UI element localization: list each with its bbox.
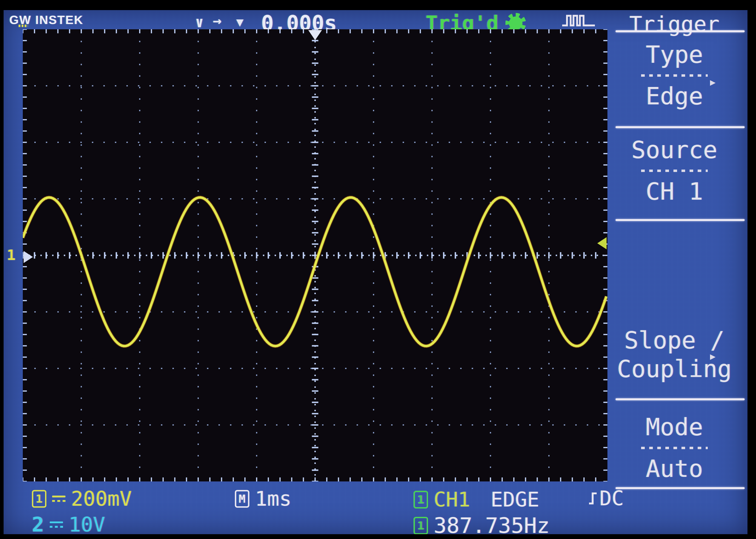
edge-tick bbox=[23, 153, 27, 154]
menu-item-mode[interactable]: Mode Auto bbox=[609, 413, 739, 483]
menu-separator bbox=[616, 30, 745, 32]
center-tick bbox=[312, 74, 318, 75]
center-tick bbox=[312, 108, 318, 109]
edge-tick bbox=[198, 29, 199, 33]
edge-tick bbox=[163, 477, 164, 482]
edge-tick bbox=[432, 29, 433, 33]
edge-tick bbox=[603, 97, 607, 98]
trigger-position-marker[interactable] bbox=[308, 30, 322, 40]
center-tick bbox=[408, 252, 409, 259]
edge-tick bbox=[560, 29, 561, 33]
edge-tick bbox=[603, 198, 607, 199]
edge-tick bbox=[303, 477, 304, 482]
edge-tick bbox=[572, 29, 573, 33]
slope-icon bbox=[588, 491, 598, 506]
edge-tick bbox=[603, 85, 607, 86]
edge-tick bbox=[23, 266, 27, 267]
menu-item-source[interactable]: Source CH 1 bbox=[609, 136, 739, 206]
edge-tick bbox=[23, 130, 27, 132]
edge-tick bbox=[256, 29, 257, 33]
edge-tick bbox=[603, 458, 607, 459]
edge-tick bbox=[603, 209, 607, 211]
menu-item-value: CH 1 bbox=[646, 177, 703, 206]
edge-tick bbox=[603, 413, 607, 414]
logo-accent bbox=[19, 25, 28, 27]
trigger-marker-icon: ▼ bbox=[236, 15, 243, 29]
edge-tick bbox=[23, 311, 27, 313]
edge-tick bbox=[603, 481, 607, 482]
edge-tick bbox=[209, 477, 210, 482]
edge-tick bbox=[603, 311, 607, 313]
edge-tick bbox=[603, 108, 607, 109]
memory-position-icon: ∨ bbox=[195, 14, 204, 31]
edge-tick bbox=[186, 29, 187, 33]
menu-separator bbox=[616, 487, 745, 489]
menu-item-label: Slope / bbox=[624, 326, 724, 355]
edge-tick bbox=[280, 477, 281, 482]
edge-tick bbox=[104, 29, 105, 33]
center-tick bbox=[312, 390, 318, 392]
edge-tick bbox=[104, 477, 105, 482]
ch1-ground-marker[interactable] bbox=[24, 251, 33, 263]
edge-tick bbox=[23, 345, 27, 346]
graticule bbox=[23, 29, 607, 482]
edge-tick bbox=[408, 29, 409, 33]
trigger-source-readout: 1 CH1 bbox=[414, 488, 470, 511]
center-tick bbox=[490, 252, 491, 259]
trigger-channel-badge: 1 bbox=[414, 517, 428, 534]
edge-tick bbox=[23, 413, 27, 414]
edge-tick bbox=[455, 29, 456, 33]
edge-tick bbox=[315, 477, 316, 482]
dashed-divider bbox=[641, 447, 708, 449]
edge-tick bbox=[92, 29, 94, 33]
edge-tick bbox=[603, 277, 607, 278]
edge-tick bbox=[23, 74, 27, 75]
edge-tick bbox=[420, 477, 421, 482]
edge-tick bbox=[23, 221, 27, 222]
edge-tick bbox=[603, 153, 607, 154]
center-tick bbox=[312, 345, 318, 346]
edge-tick bbox=[151, 29, 152, 33]
edge-tick bbox=[603, 447, 607, 448]
ch1-ground-marker-label: 1 bbox=[7, 247, 16, 264]
oscilloscope-screen: GW INSTEK ∨ → ▼ 0.000s Trig'd Trigger 1 … bbox=[4, 10, 747, 534]
center-tick bbox=[312, 413, 318, 415]
edge-tick bbox=[221, 29, 222, 33]
edge-tick bbox=[603, 436, 607, 437]
center-tick bbox=[312, 164, 318, 166]
edge-tick bbox=[45, 29, 47, 33]
center-tick bbox=[312, 176, 318, 177]
center-tick bbox=[431, 252, 433, 259]
edge-tick bbox=[603, 356, 607, 358]
edge-tick bbox=[326, 477, 327, 482]
edge-tick bbox=[432, 477, 433, 482]
center-tick bbox=[312, 244, 318, 245]
menu-item-value: Edge bbox=[646, 82, 703, 111]
menu-item-slope-coupling[interactable]: Slope / Coupling bbox=[609, 326, 739, 383]
edge-tick bbox=[233, 29, 234, 33]
edge-tick bbox=[350, 29, 351, 33]
edge-tick bbox=[92, 477, 94, 482]
center-tick bbox=[244, 252, 246, 259]
center-tick bbox=[198, 252, 199, 259]
edge-tick bbox=[23, 424, 27, 425]
dc-coupling-icon bbox=[52, 495, 65, 503]
submenu-arrow-icon: ▶ bbox=[710, 77, 715, 88]
edge-tick bbox=[385, 29, 386, 33]
trigger-coupling-readout: DC bbox=[588, 487, 624, 510]
edge-tick bbox=[583, 477, 585, 482]
edge-tick bbox=[81, 29, 82, 33]
main-timebase-badge: M bbox=[235, 490, 249, 508]
edge-tick bbox=[603, 221, 607, 222]
edge-tick bbox=[69, 477, 70, 482]
center-tick bbox=[186, 252, 187, 259]
center-tick bbox=[312, 458, 318, 460]
trigger-level-marker[interactable] bbox=[597, 237, 607, 249]
center-tick bbox=[209, 252, 210, 259]
edge-tick bbox=[23, 63, 27, 64]
edge-tick bbox=[560, 477, 561, 482]
edge-tick bbox=[303, 29, 304, 33]
menu-item-type[interactable]: Type Edge bbox=[609, 40, 739, 111]
center-tick bbox=[174, 252, 176, 259]
center-tick bbox=[104, 252, 105, 259]
